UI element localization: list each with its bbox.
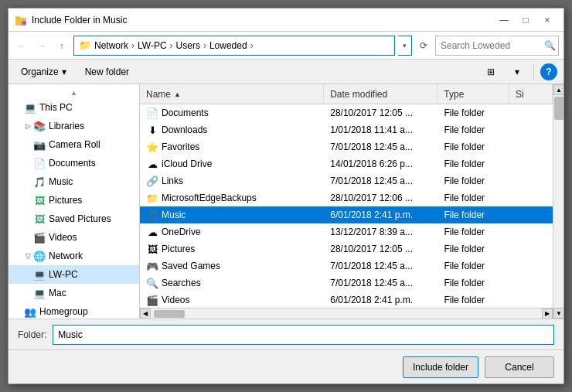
address-path[interactable]: 📁 Network › LW-PC › Users › Loweded ›: [73, 36, 395, 56]
back-button[interactable]: ←: [13, 37, 30, 54]
maximize-button[interactable]: □: [516, 12, 536, 29]
table-row[interactable]: ⬇ Downloads 1/01/2018 11:41 a... File fo…: [140, 121, 553, 138]
file-type: File folder: [438, 172, 509, 189]
sidebar-item-documents[interactable]: 📄 Documents: [9, 154, 139, 172]
folder-bar: Folder:: [9, 319, 563, 349]
refresh-button[interactable]: ⟳: [415, 37, 432, 54]
organize-button[interactable]: Organize ▾: [15, 63, 73, 81]
include-folder-button[interactable]: Include folder: [403, 356, 478, 378]
folder-label: Folder:: [18, 329, 46, 340]
forward-button[interactable]: →: [33, 37, 50, 54]
sidebar-item-videos[interactable]: 🎬 Videos: [9, 228, 139, 247]
file-name: Searches: [162, 278, 201, 288]
file-name: MicrosoftEdgeBackups: [162, 193, 257, 203]
new-folder-button[interactable]: New folder: [79, 63, 135, 81]
sidebar-scroll-up[interactable]: ▲: [70, 89, 77, 97]
crumb-loweded: Loweded: [209, 40, 247, 51]
h-scroll-left[interactable]: ◀: [140, 308, 151, 319]
scroll-down-btn[interactable]: ▼: [553, 308, 563, 319]
table-row[interactable]: 🎬 Videos 6/01/2018 2:41 p.m. File folder: [140, 291, 553, 308]
sidebar-label-saved-pictures: Saved Pictures: [49, 213, 111, 224]
sidebar-label-music: Music: [49, 176, 73, 187]
sidebar-label-network: Network: [49, 251, 83, 261]
table-row[interactable]: 🎮 Saved Games 7/01/2018 12:45 a... File …: [140, 257, 553, 274]
file-date: 28/10/2017 12:05 ...: [324, 104, 438, 121]
crumb-users: Users: [176, 40, 200, 51]
col-header-date[interactable]: Date modified: [324, 84, 438, 104]
close-button[interactable]: ×: [537, 12, 557, 29]
sidebar-item-camera-roll[interactable]: 📷 Camera Roll: [9, 135, 139, 154]
file-size: [509, 206, 553, 223]
file-date: 13/12/2017 8:39 a...: [324, 223, 438, 240]
cancel-button[interactable]: Cancel: [485, 356, 554, 378]
table-row[interactable]: 📁 MicrosoftEdgeBackups 28/10/2017 12:06 …: [140, 189, 553, 206]
sidebar-item-saved-pictures[interactable]: 🖼 Saved Pictures: [9, 210, 139, 228]
folder-input[interactable]: [53, 325, 554, 345]
table-row[interactable]: 📄 Documents 28/10/2017 12:05 ... File fo…: [140, 104, 553, 121]
toolbar: Organize ▾ New folder ⊞ ▾ ?: [9, 60, 563, 84]
sidebar-item-mac[interactable]: 💻 Mac: [9, 284, 139, 302]
file-type: File folder: [438, 104, 509, 121]
file-date: 1/01/2018 11:41 a...: [324, 121, 438, 138]
file-type: File folder: [438, 155, 509, 172]
sidebar-item-network[interactable]: ▽ 🌐 Network: [9, 247, 139, 265]
file-icon: 📁: [146, 192, 158, 204]
horizontal-scrollbar[interactable]: ◀ ▶: [140, 308, 553, 319]
table-row[interactable]: 🎵 Music 6/01/2018 2:41 p.m. File folder: [140, 206, 553, 223]
minimize-button[interactable]: —: [494, 12, 514, 29]
view-dropdown-button[interactable]: ▾: [507, 63, 527, 81]
file-icon: ⭐: [146, 141, 158, 153]
docs-icon: 📄: [33, 157, 46, 169]
col-header-type[interactable]: Type: [438, 84, 509, 104]
h-scroll-thumb[interactable]: [154, 310, 185, 318]
file-name: Saved Games: [162, 261, 220, 271]
search-input[interactable]: [435, 36, 559, 56]
file-size: [509, 257, 553, 274]
scroll-thumb[interactable]: [554, 97, 563, 120]
file-name: Pictures: [162, 244, 195, 254]
col-header-size[interactable]: Si: [509, 84, 553, 104]
table-row[interactable]: 🔍 Searches 7/01/2018 12:45 a... File fol…: [140, 274, 553, 291]
lw-pc-icon: 💻: [33, 268, 46, 281]
sidebar-item-homegroup[interactable]: 👥 Homegroup: [9, 302, 139, 319]
main-content: ▲ 💻 This PC ▷ 📚 Libraries 📷 Camera Roll …: [9, 84, 563, 319]
search-button[interactable]: 🔍: [544, 40, 556, 51]
table-row[interactable]: ☁ iCloud Drive 14/01/2018 6:26 p... File…: [140, 155, 553, 172]
saved-pictures-icon: 🖼: [33, 213, 46, 225]
table-row[interactable]: ⭐ Favorites 7/01/2018 12:45 a... File fo…: [140, 138, 553, 155]
address-bar: ← → ↑ 📁 Network › LW-PC › Users › Lowede…: [9, 32, 563, 60]
title-controls: — □ ×: [494, 12, 557, 29]
file-icon: 🔗: [146, 175, 158, 187]
file-name: Favorites: [162, 141, 199, 152]
sidebar-item-pictures[interactable]: 🖼 Pictures: [9, 191, 139, 210]
file-size: [509, 172, 553, 189]
sidebar-item-this-pc[interactable]: 💻 This PC: [9, 98, 139, 117]
file-size: [509, 291, 553, 308]
file-size: [509, 121, 553, 138]
sidebar-item-music[interactable]: 🎵 Music: [9, 172, 139, 191]
file-size: [509, 223, 553, 240]
file-list: 📄 Documents 28/10/2017 12:05 ... File fo…: [140, 104, 553, 308]
table-row[interactable]: 🔗 Links 7/01/2018 12:45 a... File folder: [140, 172, 553, 189]
sidebar-label-this-pc: This PC: [39, 102, 73, 113]
vertical-scrollbar[interactable]: ▲ ▼: [553, 84, 563, 319]
up-button[interactable]: ↑: [53, 37, 70, 54]
table-row[interactable]: ☁ OneDrive 13/12/2017 8:39 a... File fol…: [140, 223, 553, 240]
file-size: [509, 155, 553, 172]
file-type: File folder: [438, 206, 509, 223]
view-button[interactable]: ⊞: [481, 63, 501, 81]
scroll-up-btn[interactable]: ▲: [553, 84, 563, 95]
file-type: File folder: [438, 138, 509, 155]
address-dropdown[interactable]: ▾: [398, 36, 412, 56]
dialog: ♪ Include Folder in Music — □ × ← → ↑ 📁 …: [8, 8, 564, 384]
col-header-name[interactable]: Name ▲: [140, 84, 324, 104]
help-button[interactable]: ?: [540, 63, 557, 80]
table-row[interactable]: 🖼 Pictures 28/10/2017 12:05 ... File fol…: [140, 240, 553, 257]
sidebar-item-libraries[interactable]: ▷ 📚 Libraries: [9, 117, 139, 135]
sidebar-label-camera-roll: Camera Roll: [49, 139, 100, 150]
sidebar-label-libraries: Libraries: [49, 121, 84, 131]
file-size: [509, 240, 553, 257]
sidebar-label-pictures: Pictures: [49, 195, 82, 206]
h-scroll-right[interactable]: ▶: [542, 308, 553, 319]
sidebar-item-lw-pc[interactable]: 💻 LW-PC: [9, 265, 139, 284]
